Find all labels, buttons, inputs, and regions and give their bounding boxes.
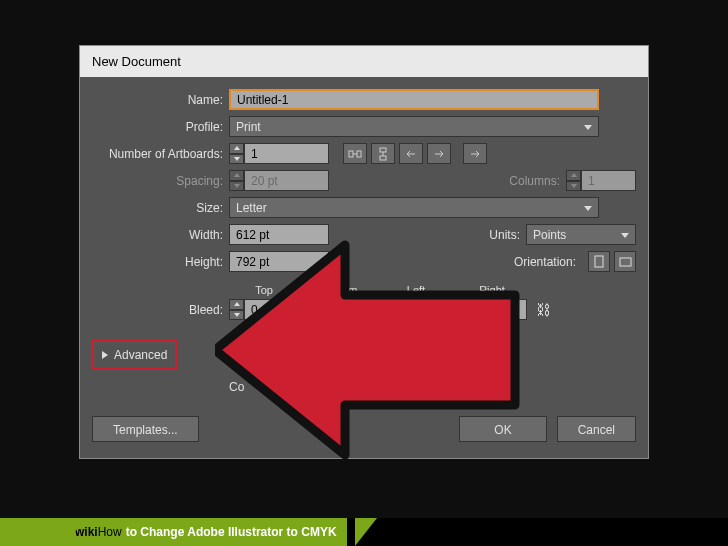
svg-rect-1 <box>357 151 361 157</box>
name-label: Name: <box>92 93 229 107</box>
bleed-right-input[interactable] <box>472 299 527 320</box>
dialog-title: New Document <box>92 54 181 69</box>
orientation-portrait-icon[interactable] <box>588 251 610 272</box>
artboards-label: Number of Artboards: <box>92 147 229 161</box>
columns-input <box>581 170 636 191</box>
units-label: Units: <box>466 228 526 242</box>
bleed-right-label: Right <box>479 284 505 296</box>
ok-button[interactable]: OK <box>459 416 546 442</box>
svg-rect-4 <box>595 256 603 267</box>
chevron-right-icon <box>102 351 108 359</box>
templates-button[interactable]: Templates... <box>92 416 199 442</box>
units-dropdown[interactable]: Points <box>526 224 636 245</box>
bleed-link-icon[interactable]: ⛓ <box>533 278 553 320</box>
orientation-label: Orientation: <box>492 255 582 269</box>
banner-how: How <box>98 525 122 539</box>
banner-title: to Change Adobe Illustrator to CMYK <box>126 525 337 539</box>
profile-dropdown[interactable]: Print <box>229 116 599 137</box>
banner-brand: wiki <box>75 525 98 539</box>
bleed-top-input[interactable] <box>244 299 299 320</box>
spacing-label: Spacing: <box>92 174 229 188</box>
svg-rect-5 <box>620 258 631 266</box>
dialog-titlebar[interactable]: New Document <box>80 46 648 77</box>
bleed-left-input[interactable] <box>396 299 451 320</box>
new-document-dialog: New Document Name: Profile: Print Number… <box>79 45 649 459</box>
bleed-left-label: Left <box>407 284 425 296</box>
columns-label: Columns: <box>496 174 566 188</box>
bleed-bottom-input[interactable] <box>320 299 375 320</box>
artboards-input[interactable] <box>244 143 329 164</box>
columns-stepper <box>566 170 636 191</box>
orientation-landscape-icon[interactable] <box>614 251 636 272</box>
bleed-label: Bleed: <box>92 303 229 317</box>
bleed-left-stepper[interactable] <box>381 299 451 320</box>
arrange-single-icon[interactable] <box>463 143 487 164</box>
stepper-down-icon <box>566 181 581 192</box>
bleed-bottom-label: Bottom <box>323 284 358 296</box>
spacing-input <box>244 170 329 191</box>
size-dropdown[interactable]: Letter <box>229 197 599 218</box>
bleed-bottom-stepper[interactable] <box>305 299 375 320</box>
width-label: Width: <box>92 228 229 242</box>
svg-rect-2 <box>380 148 386 152</box>
pixel-grid-summary: gn to Pixel Grid:No <box>284 380 385 394</box>
size-label: Size: <box>92 201 229 215</box>
spacing-stepper <box>229 170 329 191</box>
arrange-ltr-icon[interactable] <box>427 143 451 164</box>
height-label: Height: <box>92 255 229 269</box>
cancel-button[interactable]: Cancel <box>557 416 636 442</box>
stepper-up-icon <box>566 170 581 181</box>
grid-by-column-icon[interactable] <box>371 143 395 164</box>
grid-by-row-icon[interactable] <box>343 143 367 164</box>
dialog-content: Name: Profile: Print Number of Artboards… <box>80 77 648 458</box>
profile-label: Profile: <box>92 120 229 134</box>
svg-rect-3 <box>380 156 386 160</box>
bleed-top-stepper[interactable] <box>229 299 299 320</box>
bleed-right-stepper[interactable] <box>457 299 527 320</box>
bleed-top-label: Top <box>255 284 273 296</box>
height-input[interactable] <box>229 251 329 272</box>
stepper-up-icon[interactable] <box>229 143 244 154</box>
footer-banner: wikiHow to Change Adobe Illustrator to C… <box>0 518 728 546</box>
arrange-rtl-icon[interactable] <box>399 143 423 164</box>
stepper-up-icon <box>229 170 244 181</box>
svg-rect-0 <box>349 151 353 157</box>
stepper-down-icon <box>229 181 244 192</box>
stepper-down-icon[interactable] <box>229 154 244 165</box>
width-input[interactable] <box>229 224 329 245</box>
advanced-toggle[interactable]: Advanced <box>92 340 177 370</box>
artboards-stepper[interactable] <box>229 143 329 164</box>
color-mode-summary: Co <box>229 380 244 394</box>
name-input[interactable] <box>229 89 599 110</box>
